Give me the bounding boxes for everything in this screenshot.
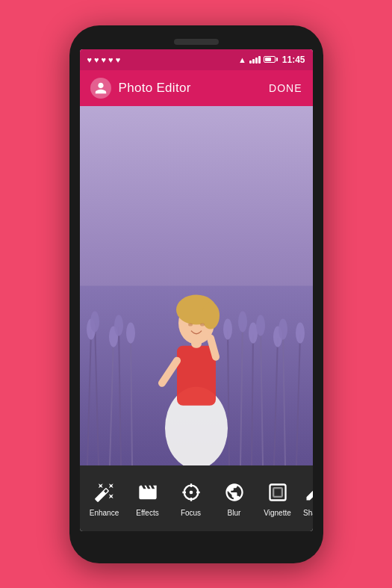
- app-bar-left: Photo Editor: [90, 78, 191, 99]
- vignette-icon: [264, 479, 291, 506]
- focus-label: Focus: [181, 509, 201, 517]
- heart-icon-5: ♥: [116, 55, 121, 64]
- done-button[interactable]: DONE: [269, 82, 302, 94]
- signal-icon: [249, 56, 261, 64]
- phone-top-bar: [77, 39, 316, 45]
- toolbar-enhance[interactable]: Enhance: [83, 468, 126, 528]
- battery-icon: [264, 56, 278, 63]
- heart-icon-3: ♥: [102, 55, 107, 64]
- enhance-label: Enhance: [90, 509, 119, 517]
- vignette-label: Vignette: [264, 509, 291, 517]
- svg-point-17: [114, 315, 123, 335]
- blur-label: Blur: [228, 509, 241, 517]
- heart-icon-2: ♥: [94, 55, 99, 64]
- status-hearts: ♥ ♥ ♥ ♥ ♥: [87, 55, 121, 64]
- status-time: 11:45: [282, 55, 305, 65]
- svg-point-18: [126, 322, 135, 343]
- svg-rect-43: [273, 488, 282, 497]
- lavender-svg: [80, 106, 313, 465]
- app-title: Photo Editor: [119, 81, 191, 96]
- effects-label: Effects: [136, 509, 158, 517]
- phone-frame: ♥ ♥ ♥ ♥ ♥ ▲: [69, 25, 323, 563]
- effects-icon: [134, 479, 161, 506]
- svg-point-19: [223, 318, 232, 339]
- sharpen-label: Shar...: [303, 509, 312, 517]
- avatar-icon: [90, 78, 111, 99]
- svg-point-15: [90, 311, 99, 332]
- svg-point-24: [279, 318, 287, 339]
- svg-point-25: [296, 322, 305, 343]
- svg-point-37: [190, 492, 191, 493]
- svg-point-20: [238, 311, 247, 332]
- enhance-icon: [91, 479, 118, 506]
- status-bar: ♥ ♥ ♥ ♥ ♥ ▲: [80, 49, 313, 70]
- photo-area: [80, 106, 313, 465]
- blur-icon: [221, 479, 248, 506]
- svg-line-29: [211, 338, 216, 356]
- speaker: [174, 39, 219, 45]
- bottom-toolbar: Enhance Effects: [80, 465, 313, 531]
- app-bar: Photo Editor DONE: [80, 70, 313, 106]
- toolbar-focus[interactable]: Focus: [169, 468, 213, 528]
- wifi-icon: ▲: [238, 55, 246, 64]
- toolbar-sharpen[interactable]: Shar...: [299, 468, 313, 528]
- phone-screen: ♥ ♥ ♥ ♥ ♥ ▲: [80, 49, 313, 531]
- heart-icon-4: ♥: [108, 55, 113, 64]
- toolbar-vignette[interactable]: Vignette: [256, 468, 299, 528]
- svg-rect-27: [177, 345, 216, 405]
- status-icons: ▲ 11:45: [238, 55, 305, 65]
- sharpen-icon: [301, 479, 313, 506]
- svg-point-35: [200, 323, 205, 326]
- svg-point-22: [256, 315, 265, 335]
- svg-rect-42: [270, 485, 285, 501]
- toolbar-blur[interactable]: Blur: [213, 468, 256, 528]
- focus-icon: [178, 479, 205, 506]
- photo-placeholder: [80, 106, 313, 465]
- toolbar-effects[interactable]: Effects: [126, 468, 169, 528]
- svg-point-34: [188, 323, 193, 326]
- heart-icon-1: ♥: [87, 55, 93, 64]
